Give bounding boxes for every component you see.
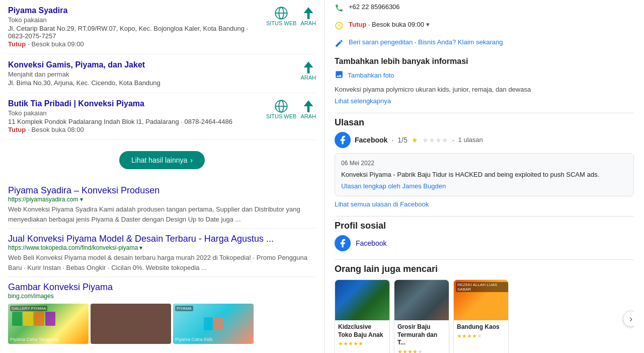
organic-snippet-2: Web Beli Konveksi Piyama model & desain … bbox=[8, 253, 316, 272]
organic-url-1[interactable]: https://piyamasyadira.com ▾ bbox=[8, 196, 316, 203]
chevron-right-icon: › bbox=[629, 314, 632, 324]
photo-icon bbox=[335, 70, 344, 81]
next-arrow-button[interactable]: › bbox=[623, 311, 634, 327]
facebook-icon bbox=[335, 132, 351, 148]
card-body-1: Kidzclusive Toko Baju Anak ★★★★★ bbox=[335, 320, 389, 350]
social-section: Profil sosial Facebook bbox=[335, 216, 634, 255]
result-type-2: Menjahit dan permak bbox=[8, 70, 300, 78]
result-actions-3: SITUS WEB ARAH bbox=[266, 99, 316, 119]
result-title-2[interactable]: Konveksi Gamis, Piyama, dan Jaket bbox=[8, 60, 300, 69]
hours-label: Besok buka 09:00 bbox=[372, 21, 424, 28]
also-search-title: Orang lain juga mencari bbox=[335, 264, 634, 274]
phone-number[interactable]: +62 22 85966306 bbox=[349, 3, 400, 11]
see-all-reviews-link[interactable]: Lihat semua ulasan di Facebook bbox=[335, 200, 634, 208]
left-panel: Piyama Syadira Toko pakaian Jl. Cetarip … bbox=[0, 0, 325, 353]
reviews-title: Ulasan bbox=[335, 117, 634, 128]
also-search-section: Orang lain juga mencari Kidzclusive Toko… bbox=[335, 259, 634, 353]
review-sep2: · bbox=[452, 136, 454, 144]
directions-label-3: ARAH bbox=[300, 113, 316, 119]
image-section: Gambar Konveksi Piyama bing.com/images G… bbox=[8, 277, 316, 349]
arrow-icon-1 bbox=[301, 6, 315, 20]
add-info-title: Tambahkan lebih banyak informasi bbox=[335, 57, 634, 66]
add-photo-row[interactable]: Tambahkan foto bbox=[335, 70, 634, 81]
organic-title-2[interactable]: Jual Konveksi Piyama Model & Desain Terb… bbox=[8, 234, 316, 244]
directions-btn-1[interactable]: ARAH bbox=[300, 6, 316, 26]
card-img-2 bbox=[394, 280, 449, 320]
contact-edit-row: Beri saran pengeditan · Bisnis Anda? Kla… bbox=[335, 35, 634, 53]
result-type-3: Toko pakaian bbox=[8, 109, 266, 117]
card-body-3: Bandung Kaos ★★★★★ bbox=[454, 320, 508, 342]
see-more-description-link[interactable]: Lihat selengkapnya bbox=[335, 97, 391, 105]
review-source-row: Facebook · 1/5 ★ ★★★★ · 1 ulasan bbox=[335, 132, 634, 148]
phone-icon bbox=[335, 4, 344, 15]
edit-suggestion-link[interactable]: Beri saran pengeditan bbox=[349, 38, 413, 46]
result-address-2: Jl. Bima No.30, Arjuna, Kec. Cicendo, Ko… bbox=[8, 79, 300, 87]
website-label-3: SITUS WEB bbox=[266, 113, 297, 119]
result-address-1: Jl. Cetarip Barat No.29, RT.09/RW.07, Ko… bbox=[8, 25, 266, 40]
card-stars-2: ★★★★★ bbox=[397, 347, 446, 353]
social-facebook-link[interactable]: Facebook bbox=[356, 239, 386, 247]
image-3[interactable]: PIYAMA Piyama Catra Kids bbox=[173, 304, 254, 344]
card-stars-1: ★★★★★ bbox=[338, 339, 386, 347]
hours-expand-icon[interactable]: ▾ bbox=[426, 21, 430, 28]
result-status-3: Tutup bbox=[8, 126, 26, 133]
also-search-card-2[interactable]: Grosir Baju Termurah dan T... ★★★★★ bbox=[394, 279, 449, 353]
review-full-link[interactable]: Ulasan lengkap oleh James Bugden bbox=[341, 182, 627, 190]
card-img-1 bbox=[335, 280, 390, 320]
result-hours-1: Besok buka 09:00 bbox=[32, 40, 84, 48]
see-more-button[interactable]: Lihat hasil lainnya › bbox=[119, 151, 205, 169]
add-photo-label: Tambahkan foto bbox=[348, 72, 394, 79]
review-source-name: Facebook bbox=[355, 136, 387, 144]
result-status-1: Tutup bbox=[8, 40, 26, 48]
review-count: 1 ulasan bbox=[458, 136, 483, 144]
review-score-sep: · bbox=[391, 136, 393, 144]
contact-phone-row: +62 22 85966306 bbox=[335, 0, 634, 18]
organic-snippet-1: Web Konveksi Piyama Syadira Kami adalah … bbox=[8, 204, 316, 224]
directions-label-2: ARAH bbox=[300, 75, 316, 81]
review-stars-empty: ★★★★ bbox=[422, 136, 448, 144]
also-search-card-3[interactable]: REZEKI ALLAH LUAS SABAR Bandung Kaos ★★★… bbox=[453, 279, 509, 353]
result-title-3[interactable]: Butik Tia Pribadi | Konveksi Piyama bbox=[8, 99, 266, 108]
card-body-2: Grosir Baju Termurah dan T... ★★★★★ bbox=[394, 320, 449, 353]
card-name-3: Bandung Kaos bbox=[457, 323, 505, 331]
result-item-3: Butik Tia Pribadi | Konveksi Piyama Toko… bbox=[8, 93, 316, 140]
edit-icon bbox=[335, 39, 344, 50]
result-item-1: Piyama Syadira Toko pakaian Jl. Cetarip … bbox=[8, 0, 316, 54]
arrow-icon-3 bbox=[301, 99, 315, 113]
directions-btn-3[interactable]: ARAH bbox=[300, 99, 316, 119]
social-fb-icon bbox=[335, 235, 351, 251]
result-sep-1: · bbox=[28, 40, 30, 48]
status-label: Tutup bbox=[349, 21, 366, 28]
website-label-1: SITUS WEB bbox=[266, 20, 297, 26]
result-sep-3: · bbox=[28, 126, 30, 133]
social-row: Facebook bbox=[335, 235, 634, 251]
arrow-icon-2 bbox=[301, 60, 315, 75]
card-name-1: Kidzclusive Toko Baju Anak bbox=[338, 323, 386, 339]
also-search-card-1[interactable]: Kidzclusive Toko Baju Anak ★★★★★ bbox=[335, 279, 390, 353]
directions-btn-2[interactable]: ARAH bbox=[300, 60, 316, 81]
image-1[interactable]: GALLERY PIYAMA Piyama Catra Tanggung bbox=[8, 304, 89, 344]
image-section-title[interactable]: Gambar Konveksi Piyama bbox=[8, 282, 316, 293]
organic-url-2[interactable]: https://www.tokopedia.com/find/konveksi-… bbox=[8, 244, 316, 251]
result-actions-2: ARAH bbox=[300, 60, 316, 81]
social-title: Profil sosial bbox=[335, 221, 634, 231]
website-btn-1[interactable]: SITUS WEB bbox=[266, 6, 297, 26]
web-icon-1 bbox=[274, 6, 288, 20]
review-card: 06 Mei 2022 Konveksi Piyama - Pabrik Baj… bbox=[335, 153, 634, 197]
result-title-1[interactable]: Piyama Syadira bbox=[8, 6, 266, 15]
card-img-3: REZEKI ALLAH LUAS SABAR bbox=[454, 280, 509, 320]
right-panel: +62 22 85966306 Tutup · Besok buka 09:00… bbox=[325, 0, 644, 353]
image-grid: GALLERY PIYAMA Piyama Catra Tanggung bbox=[8, 304, 316, 344]
claim-link[interactable]: Bisnis Anda? Klaim sekarang bbox=[418, 38, 503, 46]
clock-icon bbox=[335, 21, 344, 32]
result-type-1: Toko pakaian bbox=[8, 16, 266, 24]
website-btn-3[interactable]: SITUS WEB bbox=[266, 99, 297, 119]
see-more-label: Lihat hasil lainnya bbox=[131, 156, 187, 164]
status-sep: · bbox=[368, 21, 372, 28]
organic-title-1[interactable]: Piyama Syadira – Konveksi Produsen bbox=[8, 185, 316, 196]
card-stars-3: ★★★★★ bbox=[457, 331, 505, 339]
image-2[interactable] bbox=[91, 304, 171, 344]
reviews-section: Ulasan Facebook · 1/5 ★ ★★★★ · 1 ulasan … bbox=[335, 113, 634, 213]
description-text: Konveksi piyama polymicro ukuran kids, j… bbox=[335, 85, 634, 95]
result-item-2: Konveksi Gamis, Piyama, dan Jaket Menjah… bbox=[8, 54, 316, 93]
